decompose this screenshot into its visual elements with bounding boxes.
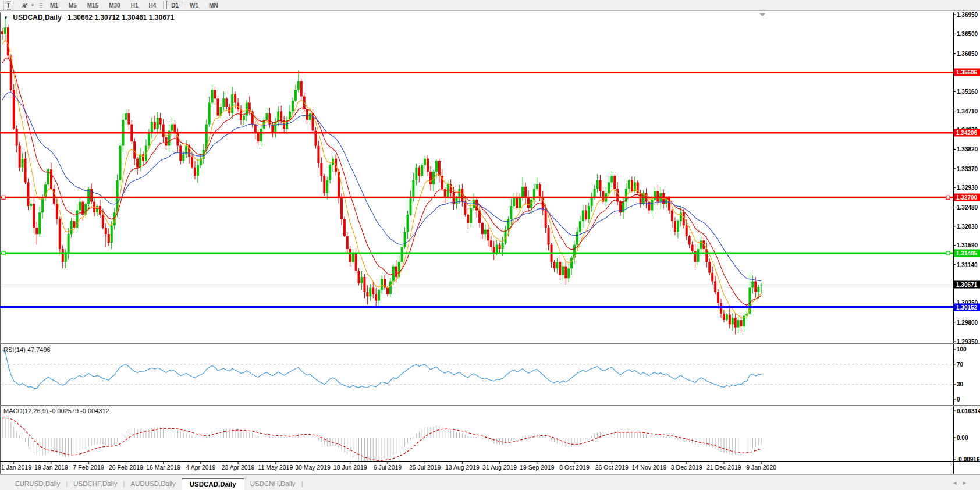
price-tick-label: 1.36500	[957, 31, 980, 37]
date-label: 31 Aug 2019	[482, 464, 517, 471]
symbol-dropdown-icon[interactable]: ▼	[3, 15, 8, 20]
hline-handle[interactable]	[2, 251, 5, 255]
ohlc-low: 1.30461	[122, 13, 147, 22]
tab-audusd-daily[interactable]: AUDUSD,Daily	[125, 478, 181, 490]
hline-price-label: 1.31405	[954, 250, 980, 257]
symbol-period-label: USDCAD,Daily	[13, 13, 61, 22]
price-tick-label: 1.32930	[957, 184, 980, 191]
date-label: 30 May 2019	[295, 464, 331, 471]
rsi-tick-label: 70	[957, 361, 980, 367]
price-tick-label: 1.34710	[957, 108, 980, 114]
date-label: 9 Jan 2020	[746, 464, 776, 471]
date-label: 8 Oct 2019	[559, 464, 589, 471]
tabs-scroll-right-icon[interactable]: ►	[962, 480, 972, 486]
hline-handle[interactable]	[946, 196, 950, 199]
rsi-tick-label: 100	[957, 346, 980, 353]
chart-title: ▼ USDCAD,Daily 1.30662 1.30712 1.30461 1…	[3, 13, 174, 22]
mt4-window: T ▼ M1M5M15M30H1H4D1W1MN ▼ USDCAD,Daily …	[0, 0, 980, 490]
price-tick-label: 1.33370	[957, 165, 980, 172]
date-label: 26 Feb 2019	[109, 464, 143, 471]
tab-usdchf-daily[interactable]: USDCHF,Daily	[68, 478, 123, 490]
chart-canvas[interactable]	[0, 0, 980, 490]
date-label: 14 Nov 2019	[632, 464, 667, 471]
tabs-scroll-left-icon[interactable]: ◄	[952, 480, 962, 486]
tab-usdcad-daily-active[interactable]: USDCAD,Daily	[182, 478, 244, 490]
rsi-indicator-label: RSI(14) 47.7496	[3, 346, 51, 353]
date-label: 1 Jan 2019	[1, 464, 31, 471]
hline-price-label: 1.32700	[954, 194, 980, 201]
macd-indicator-label: MACD(12,26,9) -0.002579 -0.004312	[3, 407, 109, 414]
date-label: 4 Apr 2019	[186, 464, 215, 471]
date-label: 6 Jul 2019	[374, 464, 402, 471]
ohlc-open: 1.30662	[68, 13, 93, 22]
hline-price-label: 1.34206	[954, 129, 980, 136]
date-label: 21 Dec 2019	[706, 464, 741, 471]
price-tick-label: 1.36950	[957, 12, 980, 18]
date-label: 18 Jun 2019	[333, 464, 367, 471]
price-tick-label: 1.31590	[957, 242, 980, 248]
date-label: 25 Jul 2019	[409, 464, 441, 471]
price-tick-label: 1.31140	[957, 261, 980, 268]
date-label: 26 Oct 2019	[595, 464, 629, 471]
date-label: 11 May 2019	[258, 464, 293, 471]
date-label: 19 Jan 2019	[34, 464, 68, 471]
macd-tick-label: 0.010314	[957, 407, 980, 414]
ohlc-close: 1.30671	[149, 13, 174, 22]
price-tick-label: 1.32030	[957, 223, 980, 229]
price-tick-label: 1.29800	[957, 319, 980, 325]
price-tick-label: 1.32480	[957, 204, 980, 210]
price-tick-label: 1.36050	[957, 50, 980, 56]
hline-price-label: 1.30152	[954, 303, 980, 311]
current-price-label: 1.30671	[954, 281, 980, 289]
rsi-tick-label: 0	[957, 396, 980, 403]
date-label: 7 Feb 2019	[73, 464, 104, 471]
date-label: 3 Dec 2019	[671, 464, 702, 471]
macd-tick-label: -0.009166	[957, 456, 980, 463]
hline-handle[interactable]	[2, 196, 5, 199]
price-tick-label: 1.29350	[957, 339, 980, 345]
price-tick-label: 1.35160	[957, 88, 980, 95]
macd-tick-label: 0.00	[957, 435, 980, 441]
hline-price-label: 1.35606	[954, 69, 980, 76]
price-tick-label: 1.33820	[957, 146, 980, 152]
date-label: 23 Apr 2019	[222, 464, 255, 471]
chart-tab-bar: EURUSD,Daily | USDCHF,Daily | AUDUSD,Dai…	[0, 474, 980, 490]
date-label: 13 Aug 2019	[445, 464, 480, 471]
ohlc-high: 1.30712	[94, 13, 119, 22]
rsi-tick-label: 30	[957, 381, 980, 388]
hline-handle[interactable]	[946, 251, 950, 255]
tab-usdcnh-daily[interactable]: USDCNH,Daily	[244, 478, 301, 490]
date-label: 16 Mar 2019	[146, 464, 180, 471]
date-label: 19 Sep 2019	[520, 464, 555, 471]
tab-eurusd-daily[interactable]: EURUSD,Daily	[9, 478, 66, 490]
